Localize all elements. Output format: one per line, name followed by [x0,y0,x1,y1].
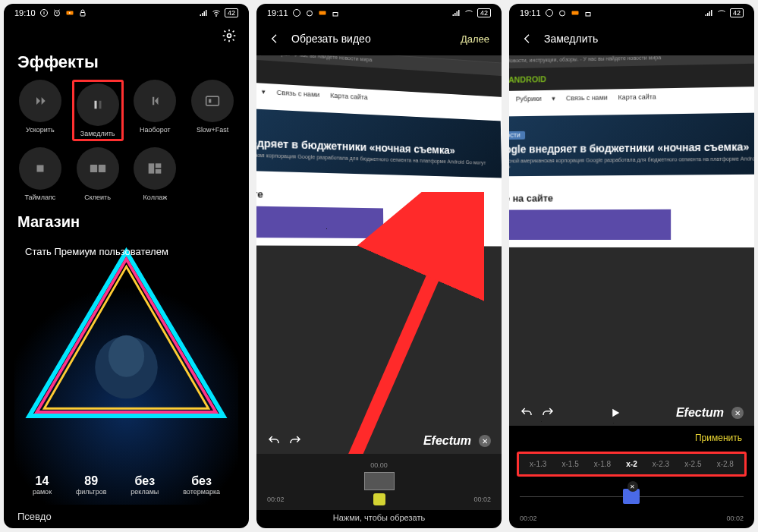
status-time: 19:10 [14,8,36,17]
close-icon[interactable]: ✕ [731,407,744,419]
time-right: 00:02 [726,515,744,522]
speed-option[interactable]: x-1.8 [594,460,611,468]
nfc-icon [292,8,301,17]
alarm-icon [558,8,567,17]
next-button[interactable]: Далее [461,33,489,45]
svg-rect-13 [98,165,105,172]
play-icon[interactable] [609,406,622,420]
speed-option-active[interactable]: x-2 [626,460,637,468]
effect-merge[interactable]: Склеить [72,147,124,201]
trim-time-left: 00:02 [267,496,285,503]
youtube-icon [65,8,74,17]
undo-icon[interactable] [520,406,533,420]
back-icon[interactable] [521,33,533,45]
redo-icon[interactable] [541,406,555,420]
svg-rect-26 [571,11,578,15]
screen-title: Замедлить [544,33,742,45]
status-bar: 19:11 42 [509,4,754,22]
speed-option[interactable]: x-1.3 [530,460,546,468]
svg-rect-10 [209,99,211,103]
screen-slowdown: 19:11 42 Замедлить Mr. Android - Новости… [509,4,754,528]
premium-stats: 14рамок 89фильтров безрекламы безвотерма… [14,474,238,496]
status-time: 19:11 [520,8,541,17]
youtube-icon [318,8,327,17]
highlight-box-slowdown: Замедлить [72,80,124,141]
trim-area: 00.00 00:02 00:02 [256,454,502,510]
wifi-icon [717,8,726,17]
svg-rect-27 [586,13,590,17]
svg-rect-22 [333,13,338,17]
svg-rect-8 [153,97,154,105]
lock-icon [583,8,593,17]
lock-icon [78,8,87,17]
svg-rect-9 [206,96,219,105]
speed-option[interactable]: x-1.5 [561,460,578,468]
signal-icon [704,8,713,17]
effects-heading: Эффекты [4,49,249,80]
settings-icon[interactable] [222,28,237,43]
alarm-icon [52,8,61,17]
apply-button[interactable]: Применить [695,433,742,443]
app-brand: Efectum [423,434,471,448]
wifi-icon [212,8,221,17]
close-icon[interactable]: ✕ [479,435,491,447]
header [4,22,249,49]
signal-icon [199,8,208,17]
screen-effects: 19:10 42 Эффекты Ускорить Замедлить [4,4,249,528]
effect-slowfast[interactable]: Slow+Fast [187,80,238,141]
speed-option[interactable]: x-2.8 [717,460,734,468]
speed-handle-close-icon[interactable]: ✕ [627,481,638,492]
effect-reverse[interactable]: Наоборот [130,80,181,141]
speed-track[interactable]: ✕ [520,483,744,513]
effect-slowdown[interactable]: Замедлить [76,83,120,137]
video-preview[interactable]: Mr. Android - Новости, инструкции, обзор… [509,55,754,426]
svg-rect-11 [36,165,43,172]
effects-grid: Ускорить Замедлить Наоборот Slow+Fast Та… [4,80,249,201]
wifi-icon [464,8,473,17]
effect-speedup[interactable]: Ускорить [14,80,66,141]
app-brand: Efectum [676,406,724,420]
preview-controls: Efectum ✕ [509,406,754,420]
effect-collage[interactable]: Коллаж [130,147,181,201]
svg-point-5 [228,34,231,38]
undo-icon[interactable] [267,434,281,448]
svg-rect-6 [94,101,96,109]
trim-thumbnail[interactable] [364,472,395,490]
topbar: Замедлить [509,22,754,55]
back-icon[interactable] [269,33,281,45]
preview-controls: Efectum ✕ [256,434,502,448]
svg-rect-12 [90,165,96,172]
svg-point-24 [546,10,552,17]
status-bar: 19:11 42 [256,4,502,22]
svg-point-25 [559,11,565,16]
time-left: 00:02 [520,515,537,522]
svg-rect-16 [156,169,162,174]
video-preview[interactable]: Mr. Android - Новости, инструкции, обзор… [256,55,502,454]
svg-rect-15 [156,163,162,168]
nfc-icon [545,8,554,17]
svg-rect-21 [319,11,326,15]
battery-pct: 42 [730,8,744,17]
signal-icon [451,8,461,17]
lock-icon [331,8,340,17]
pseudo-label: Псевдо [4,505,249,528]
screen-title: Обрезать видео [291,33,450,45]
battery-pct: 42 [225,8,238,17]
speed-options-highlight: x-1.3 x-1.5 x-1.8 x-2 x-2.3 x-2.5 x-2.8 [517,452,747,477]
trim-time-right: 00:02 [473,496,491,503]
trim-handle[interactable] [373,493,385,505]
premium-card[interactable]: Стать Премиум пользователем 14рамок 89фи… [14,237,238,505]
play-icon[interactable] [356,434,370,448]
premium-label: Стать Премиум пользователем [14,237,238,266]
status-bar: 19:10 42 [4,4,249,22]
speed-option[interactable]: x-2.5 [684,460,701,468]
redo-icon[interactable] [288,434,302,448]
speed-option[interactable]: x-2.3 [653,460,669,468]
alarm-icon [305,8,314,17]
trim-cta: Нажми, чтобы обрезать [256,510,502,528]
svg-point-20 [307,11,312,16]
svg-rect-7 [99,101,101,109]
effect-timelapse[interactable]: Таймлапс [14,147,66,201]
status-time: 19:11 [267,8,288,17]
screen-trim: 19:11 42 Обрезать видео Далее Mr. Androi… [256,4,502,528]
